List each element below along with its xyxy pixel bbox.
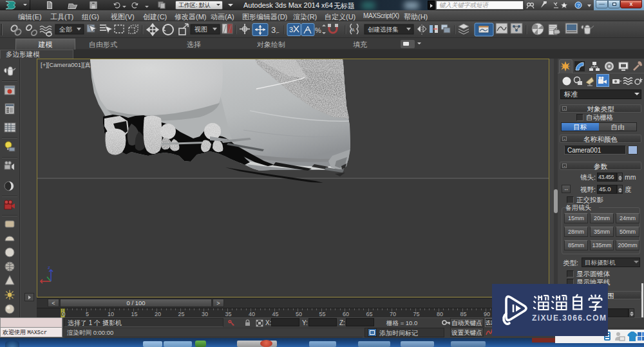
svg-text:创建选择集: 创建选择集 [368, 26, 399, 33]
svg-text:A: A [352, 28, 355, 32]
svg-text:全部: 全部 [59, 26, 72, 33]
svg-text:?: ? [577, 3, 580, 8]
svg-text:3: 3 [271, 25, 276, 35]
svg-text:3: 3 [289, 26, 293, 33]
svg-text:视图: 视图 [194, 26, 207, 33]
svg-text:%: % [315, 26, 321, 34]
svg-text:z: z [48, 265, 50, 270]
svg-text:⌐: ⌐ [276, 30, 279, 35]
